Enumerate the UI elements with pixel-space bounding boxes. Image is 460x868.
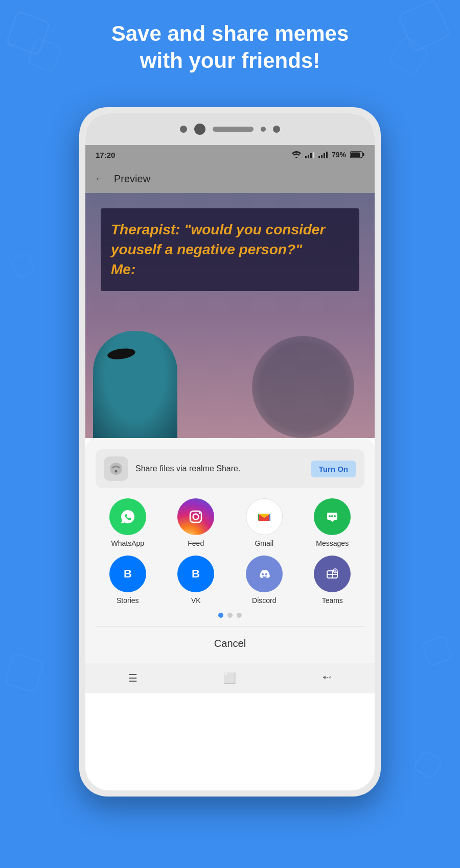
nav-back-icon[interactable]: ☰ — [128, 672, 137, 684]
phone-screen: 17:20 — [85, 113, 375, 790]
share-app-teams[interactable]: T Teams — [301, 556, 365, 605]
meme-character — [93, 331, 177, 438]
sensor-dot — [261, 127, 266, 132]
svg-point-21 — [334, 515, 336, 517]
back-button[interactable]: ← — [95, 172, 106, 185]
meme-image-area: Therapist: "would you consideryouself a … — [85, 193, 375, 438]
feed-label: Feed — [188, 539, 204, 547]
teams-logo: T — [322, 564, 342, 584]
turn-on-button[interactable]: Turn On — [311, 461, 356, 477]
vk-logo: В — [186, 564, 206, 584]
divider — [96, 626, 364, 626]
share-app-feed[interactable]: Feed — [164, 498, 228, 547]
dot-2 — [227, 613, 233, 618]
realme-share-row: Share files via realme Share. Turn On — [96, 449, 364, 488]
share-app-discord[interactable]: Discord — [232, 556, 296, 605]
dot-3 — [237, 613, 242, 618]
meme-text: Therapist: "would you consideryouself a … — [111, 220, 349, 280]
svg-rect-0 — [305, 156, 307, 158]
character-shadow — [252, 336, 354, 438]
discord-logo — [254, 564, 274, 584]
discord-icon — [246, 556, 283, 592]
wifi-icon — [292, 151, 301, 158]
hero-line1: Save and share memes — [111, 21, 349, 45]
front-camera-dot — [180, 126, 187, 133]
svg-point-15 — [193, 514, 199, 520]
svg-point-12 — [115, 470, 118, 473]
status-time: 17:20 — [96, 151, 115, 159]
whatsapp-icon — [109, 498, 146, 535]
svg-rect-10 — [351, 153, 360, 157]
stories-label: Stories — [117, 596, 139, 605]
signal-icon2 — [318, 151, 328, 158]
share-apps-grid: WhatsApp Feed — [96, 498, 364, 605]
svg-rect-9 — [363, 153, 364, 156]
svg-rect-5 — [321, 155, 323, 158]
vk-icon: В — [177, 556, 214, 592]
discord-label: Discord — [252, 596, 276, 605]
phone-bottom-nav: ☰ ⬜ ⬷ — [85, 663, 375, 693]
whatsapp-label: WhatsApp — [111, 539, 144, 547]
share-app-stories[interactable]: В Stories — [96, 556, 160, 605]
feed-icon — [177, 498, 214, 535]
svg-rect-6 — [324, 153, 325, 158]
app-bar-title: Preview — [114, 173, 150, 185]
vk-label: VK — [191, 596, 201, 605]
svg-point-20 — [331, 515, 333, 517]
hero-title: Save and share memes with your friends! — [0, 20, 460, 74]
svg-rect-1 — [308, 155, 309, 158]
stories-icon: В — [109, 556, 146, 592]
whatsapp-logo — [118, 507, 138, 527]
svg-text:В: В — [192, 567, 200, 580]
gmail-logo — [254, 507, 274, 527]
share-app-gmail[interactable]: Gmail — [232, 498, 296, 547]
share-wifi-icon — [109, 462, 123, 476]
realme-share-icon — [104, 456, 128, 481]
hero-line2: with your friends! — [140, 49, 320, 73]
svg-text:T: T — [334, 570, 336, 573]
signal-icon — [305, 151, 314, 158]
character-glasses — [107, 347, 136, 360]
phone-top-bezel — [85, 113, 375, 145]
svg-rect-2 — [310, 153, 312, 158]
main-front-camera — [194, 124, 205, 135]
share-sheet: Share files via realme Share. Turn On Wh… — [85, 438, 375, 663]
svg-point-16 — [199, 512, 201, 514]
nav-recents-icon[interactable]: ⬷ — [323, 673, 332, 684]
cancel-button[interactable]: Cancel — [96, 634, 364, 654]
messages-label: Messages — [316, 539, 349, 547]
nav-home-icon[interactable]: ⬜ — [223, 672, 236, 684]
page-dots — [96, 613, 364, 618]
teams-icon: T — [314, 556, 351, 592]
instagram-logo — [186, 507, 205, 526]
vk-stories-logo: В — [118, 564, 138, 584]
share-app-vk[interactable]: В VK — [164, 556, 228, 605]
battery-icon — [350, 151, 364, 158]
gmail-icon — [246, 498, 283, 535]
teams-label: Teams — [322, 596, 343, 605]
app-toolbar: ← Preview — [85, 164, 375, 193]
svg-text:В: В — [124, 567, 132, 580]
status-bar: 17:20 — [85, 145, 375, 164]
share-app-messages[interactable]: Messages — [301, 498, 365, 547]
gmail-label: Gmail — [255, 539, 273, 547]
svg-point-19 — [329, 515, 331, 517]
status-icons: 79% — [292, 151, 364, 159]
svg-point-11 — [110, 463, 122, 475]
svg-rect-4 — [318, 156, 320, 158]
messages-icon — [314, 498, 351, 535]
meme-text-overlay: Therapist: "would you consideryouself a … — [101, 208, 359, 291]
share-app-whatsapp[interactable]: WhatsApp — [96, 498, 160, 547]
phone-shell: 17:20 — [79, 107, 381, 797]
realme-share-text: Share files via realme Share. — [135, 464, 304, 473]
earpiece-speaker — [213, 127, 254, 132]
battery-percent: 79% — [332, 151, 346, 159]
svg-rect-3 — [313, 152, 314, 158]
dot-1 — [218, 613, 223, 618]
camera-dot2 — [273, 126, 280, 133]
svg-rect-7 — [326, 152, 328, 158]
messages-logo — [322, 507, 342, 527]
